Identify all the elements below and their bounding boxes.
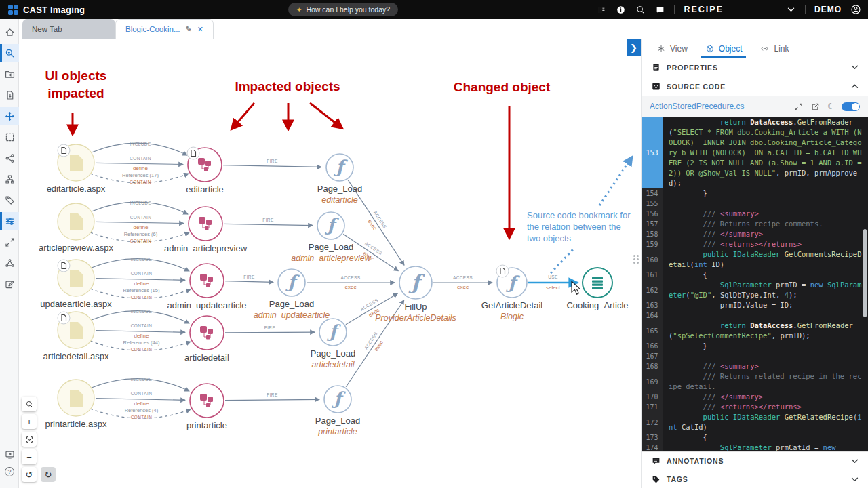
- graph-edge[interactable]: [96, 222, 184, 223]
- graph-canvas[interactable]: INCLUDECONTAINdefineReferences (17)CONTA…: [19, 39, 641, 488]
- canvas-search-button[interactable]: [22, 396, 37, 411]
- node-FillUp[interactable]: ƒFillUpProviderArticleDetails: [375, 266, 456, 323]
- chat-icon[interactable]: [654, 4, 665, 15]
- edge-label: CONTAIN: [130, 215, 152, 220]
- edge-label: FIRE: [267, 159, 278, 163]
- assistant-pill[interactable]: ✦ How can I help you today?: [288, 3, 398, 16]
- graph-edge[interactable]: [96, 279, 185, 281]
- code-scrollbar[interactable]: [863, 229, 867, 317]
- node-GetArticleDetail[interactable]: ƒGetArticleDetailBlogic: [481, 265, 542, 321]
- edge-label: INCLUDE: [131, 257, 153, 262]
- section-annotations-label: ANNOTATIONS: [667, 457, 846, 465]
- line-number: 170: [642, 392, 663, 402]
- code-line: 163 prmID.Value = ID;: [642, 300, 868, 310]
- tab-new[interactable]: New Tab: [22, 19, 115, 39]
- code-line: 167: [642, 351, 868, 361]
- section-annotations[interactable]: ANNOTATIONS: [642, 451, 868, 470]
- node-updatearticle.aspx[interactable]: updatearticle.aspx: [40, 260, 112, 309]
- tab-bar: New Tab Blogic-Cookin... ✎ ✕: [19, 19, 868, 39]
- collapse-panel-button[interactable]: ❯: [627, 39, 641, 56]
- panel-resize-handle[interactable]: [633, 255, 639, 264]
- fit-view-button[interactable]: [22, 432, 37, 447]
- sidebar-tags[interactable]: [0, 191, 19, 209]
- zoom-out-button[interactable]: −: [22, 449, 37, 464]
- source-file-link[interactable]: ActionStoredPrecedure.cs: [650, 102, 787, 111]
- avatar-icon[interactable]: [850, 4, 861, 15]
- user-menu[interactable]: DEMO: [814, 5, 842, 14]
- sidebar-hierarchy[interactable]: [0, 170, 19, 188]
- info-icon[interactable]: [615, 4, 626, 15]
- node-Cooking_Article[interactable]: Cooking_Article: [566, 268, 628, 310]
- graph-edge[interactable]: [96, 163, 183, 164]
- node-Page_Load[interactable]: ƒPage_Loadadmin_updatearticle: [254, 269, 330, 320]
- sidebar-move[interactable]: [0, 107, 19, 125]
- sidebar-filters[interactable]: [0, 212, 19, 230]
- edge-label: References (4): [125, 407, 159, 413]
- open-external-icon[interactable]: [810, 102, 821, 112]
- node-Page_Load[interactable]: ƒPage_Loadprintarticle: [315, 386, 361, 436]
- tab-active[interactable]: Blogic-Cookin... ✎ ✕: [115, 19, 214, 39]
- section-tags[interactable]: TAGS: [642, 470, 868, 488]
- node-printarticle.aspx[interactable]: printarticle.aspx: [45, 380, 107, 429]
- sidebar-investigate[interactable]: [0, 44, 19, 62]
- graph-edge[interactable]: [223, 165, 321, 167]
- dark-mode-toggle[interactable]: [842, 102, 860, 111]
- section-tags-label: TAGS: [667, 475, 846, 483]
- sidebar-home[interactable]: [0, 23, 19, 41]
- node-label: admin_updatearticle: [167, 300, 246, 310]
- sidebar-share-graph[interactable]: [0, 149, 19, 167]
- tab-view[interactable]: View: [656, 39, 688, 58]
- graph-edge[interactable]: [225, 399, 319, 400]
- close-tab-icon[interactable]: ✕: [197, 25, 203, 34]
- sidebar-notes[interactable]: [0, 275, 19, 293]
- node-articledetail.aspx[interactable]: articledetail.aspx: [43, 312, 109, 361]
- sidebar-help[interactable]: ?: [0, 463, 19, 481]
- dependency-graph: INCLUDECONTAINdefineReferences (17)CONTA…: [19, 39, 641, 488]
- node-admin_updatearticle[interactable]: admin_updatearticle: [167, 264, 246, 310]
- library-icon[interactable]: [595, 4, 606, 15]
- tab-link[interactable]: Link: [760, 39, 789, 58]
- undo-button[interactable]: ↺: [22, 467, 37, 482]
- node-Page_Load[interactable]: ƒPage_Loadeditarticle: [317, 154, 363, 205]
- node-printarticle[interactable]: printarticle: [186, 384, 227, 430]
- zoom-in-button[interactable]: +: [22, 414, 37, 429]
- theme-moon-icon[interactable]: ☾: [827, 102, 835, 111]
- code-line: 164: [642, 310, 868, 321]
- graph-edge[interactable]: [96, 399, 185, 401]
- node-editarticle.aspx[interactable]: editarticle.aspx: [47, 144, 106, 194]
- node-Page_Load[interactable]: ƒPage_Loadarticledetail: [311, 319, 356, 369]
- brand[interactable]: CAST Imaging: [0, 5, 85, 15]
- redo-button[interactable]: ↻: [41, 467, 56, 482]
- edge-label: References (6): [124, 231, 158, 237]
- node-articlepreview.aspx[interactable]: articlepreview.aspx: [39, 203, 113, 253]
- sidebar-expand[interactable]: [0, 233, 19, 251]
- sidebar-tour[interactable]: [0, 445, 19, 463]
- node-admin_articlepreview[interactable]: admin_articlepreview: [164, 207, 248, 253]
- graph-edge[interactable]: [96, 331, 185, 333]
- sidebar-cluster[interactable]: [0, 254, 19, 272]
- rename-tab-icon[interactable]: ✎: [186, 25, 192, 34]
- node-editarticle[interactable]: editarticle: [186, 147, 224, 195]
- graph-edge[interactable]: [343, 234, 398, 270]
- search-icon[interactable]: [635, 4, 646, 15]
- edge-label: CONTAIN: [131, 323, 153, 328]
- graph-edge[interactable]: [225, 332, 315, 333]
- node-label: Page_Load: [315, 415, 361, 426]
- line-number: 155: [642, 199, 663, 209]
- graph-edge[interactable]: [225, 281, 273, 283]
- sidebar-select[interactable]: [0, 128, 19, 146]
- section-properties[interactable]: PROPERTIES: [642, 58, 868, 77]
- node-sublabel: admin_updatearticle: [254, 310, 330, 320]
- tab-object[interactable]: Object: [705, 39, 743, 58]
- app-selector[interactable]: RECIPE: [684, 5, 724, 14]
- chevron-down-icon[interactable]: [785, 4, 796, 15]
- code-line: 161 {: [642, 270, 868, 280]
- sidebar-saved-views[interactable]: [0, 65, 19, 83]
- section-source-code[interactable]: SOURCE CODE: [642, 77, 868, 96]
- node-Page_Load[interactable]: ƒPage_Loadadmin_articlepreview: [291, 212, 371, 263]
- code-viewer[interactable]: 153 return DataAccess.GetFromReader("SEL…: [642, 117, 868, 451]
- graph-edge[interactable]: [224, 224, 313, 225]
- node-articledetail[interactable]: articledetail: [184, 316, 229, 363]
- expand-code-icon[interactable]: [793, 102, 804, 112]
- sidebar-export[interactable]: [0, 86, 19, 104]
